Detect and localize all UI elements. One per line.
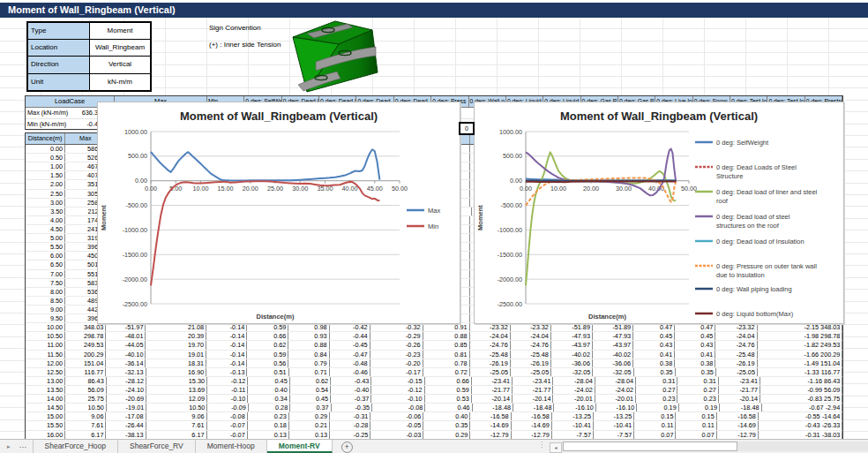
table-cell[interactable]: 12.09 (146, 395, 207, 403)
table-cell[interactable]: -20.69 (107, 395, 146, 403)
table-cell[interactable]: 0.53 (425, 395, 472, 403)
table-cell[interactable]: -19.01 (107, 404, 146, 411)
table-cell[interactable]: -26.33 (822, 421, 842, 429)
table-cell[interactable]: 0.50 (26, 154, 65, 162)
table-cell[interactable]: 0.45 (248, 377, 289, 385)
table-cell[interactable]: 18.31 (146, 359, 206, 367)
table-cell[interactable]: 1.00 (26, 162, 65, 170)
table-cell[interactable]: -10.41 (552, 421, 594, 429)
table-cell[interactable]: 8.00 (26, 288, 65, 296)
table-cell[interactable]: -0.31 (330, 412, 370, 420)
table-cell[interactable]: -0.25 (330, 431, 370, 439)
table-cell[interactable]: 0.23 (677, 395, 718, 403)
table-cell[interactable]: -0.37 (331, 395, 371, 403)
table-cell[interactable]: -0.17 (370, 368, 423, 376)
table-cell[interactable]: 0.62 (247, 341, 288, 349)
table-cell[interactable]: 298.78 (65, 332, 106, 340)
table-cell[interactable]: -0.35 (332, 404, 372, 411)
table-cell[interactable]: 200.29 (820, 351, 842, 359)
table-cell[interactable]: 0.41 (633, 351, 675, 359)
table-cell[interactable]: 7.50 (26, 279, 65, 287)
table-cell[interactable]: -47.93 (551, 332, 593, 340)
table-cell[interactable]: 0.45 (633, 332, 675, 340)
table-cell[interactable]: 25.75 (65, 395, 106, 403)
table-cell[interactable]: 4.00 (26, 216, 65, 224)
table-cell[interactable]: -0.40 (331, 386, 371, 394)
table-cell[interactable]: -21.77 (719, 386, 760, 394)
table-cell[interactable]: 0.62 (290, 377, 331, 385)
table-cell[interactable]: -0.45 (330, 341, 370, 349)
table-cell[interactable]: -23.41 (719, 377, 760, 385)
table-cell[interactable]: 10.50 (146, 404, 207, 411)
table-cell[interactable]: 13.50 (26, 386, 65, 394)
info-value-cell[interactable]: kN-m/m (90, 74, 150, 90)
table-cell[interactable]: -26.19 (470, 359, 511, 367)
table-cell[interactable]: -12.79 (512, 431, 552, 439)
table-row[interactable]: 12.00 151.04 -36.14 18.31 -0.14 0.56 0.7… (26, 359, 842, 368)
table-cell[interactable]: -18.48 (473, 404, 513, 411)
table-cell[interactable]: 0.85 (423, 341, 470, 349)
table-cell[interactable]: 7.00 (26, 270, 65, 278)
table-cell[interactable]: -0.08 (372, 404, 425, 411)
table-row[interactable]: 13.50 56.09 -24.10 13.69 -0.11 0.40 0.54 (26, 386, 842, 395)
table-cell[interactable]: -0.43 (331, 377, 371, 385)
info-value-cell[interactable]: Moment (90, 23, 150, 39)
table-cell[interactable]: 11.50 (26, 351, 65, 359)
table-cell[interactable]: 0.23 (248, 412, 289, 420)
add-sheet-icon[interactable]: + (341, 442, 353, 453)
table-cell[interactable]: 0.54 (290, 386, 331, 394)
table-cell[interactable]: 249.53 (65, 341, 106, 349)
table-cell[interactable]: -0.05 (370, 421, 423, 429)
table-cell[interactable]: 0.19 (637, 404, 678, 411)
table-cell[interactable]: 0.71 (289, 368, 330, 376)
table-cell[interactable]: -0.99 (760, 386, 824, 394)
table-cell[interactable]: 0.37 (290, 404, 331, 411)
table-cell[interactable]: 13.69 (146, 386, 207, 394)
table-cell[interactable]: -10.41 (594, 421, 634, 429)
table-cell[interactable]: -24.76 (511, 341, 551, 349)
table-cell[interactable]: -16.58 (512, 412, 552, 420)
table-cell[interactable]: 0.34 (248, 395, 289, 403)
table-cell[interactable]: -16.58 (470, 412, 511, 420)
table-cell[interactable]: 0.88 (288, 341, 329, 349)
table-cell[interactable]: 0.18 (248, 421, 289, 429)
table-cell[interactable]: -0.03 (370, 431, 423, 439)
table-cell[interactable]: -0.48 (330, 359, 370, 367)
table-cell[interactable]: -1.66 (758, 351, 821, 359)
table-cell[interactable]: 10.00 (26, 323, 65, 331)
table-cell[interactable]: 0.72 (423, 368, 470, 376)
table-cell[interactable]: -0.31 (759, 431, 822, 439)
table-cell[interactable]: 0.84 (288, 351, 329, 359)
table-cell[interactable]: 0.11 (676, 421, 716, 429)
table-cell[interactable]: 6.17 (65, 431, 106, 439)
table-cell[interactable]: -0.46 (330, 368, 370, 376)
table-cell[interactable]: -0.26 (370, 341, 423, 349)
table-cell[interactable]: -0.29 (370, 332, 423, 340)
table-cell[interactable]: -18.48 (720, 404, 761, 411)
table-cell[interactable]: -1.98 (758, 332, 821, 340)
table-cell[interactable]: -24.04 (715, 332, 757, 340)
table-cell[interactable]: -21.77 (472, 386, 513, 394)
table-cell[interactable]: 56.09 (65, 386, 106, 394)
table-cell[interactable]: 0.11 (634, 421, 676, 429)
table-cell[interactable]: -26.19 (715, 359, 757, 367)
table-cell[interactable]: -24.02 (595, 386, 636, 394)
table-cell[interactable]: -38.13 (106, 431, 146, 439)
table-cell[interactable]: 12.50 (26, 368, 65, 376)
table-cell[interactable]: -20.01 (553, 395, 595, 403)
table-row[interactable]: 11.50 200.29 -40.10 19.01 -0.14 0.59 0.8… (26, 351, 842, 359)
tab-shearforce-rv[interactable]: ShearForce_RV (118, 440, 196, 453)
table-cell[interactable]: -0.14 (206, 332, 247, 340)
sheet-nav-more-icon[interactable]: … (14, 440, 34, 453)
horizontal-scrollbar-thumb[interactable] (563, 442, 737, 451)
table-cell[interactable]: -20.01 (595, 395, 636, 403)
table-cell[interactable]: -43.97 (551, 341, 593, 349)
table-cell[interactable]: 0.88 (423, 332, 470, 340)
table-cell[interactable]: 116.77 (821, 368, 842, 376)
table-cell[interactable]: 9.06 (146, 412, 207, 420)
table-cell[interactable]: 2.50 (26, 190, 65, 198)
table-cell[interactable]: -1.49 (758, 359, 821, 367)
info-table-row[interactable]: Location Wall_Ringbeam (28, 40, 150, 57)
info-value-cell[interactable]: Wall_Ringbeam (90, 40, 150, 56)
info-label-cell[interactable]: Unit (28, 74, 90, 90)
